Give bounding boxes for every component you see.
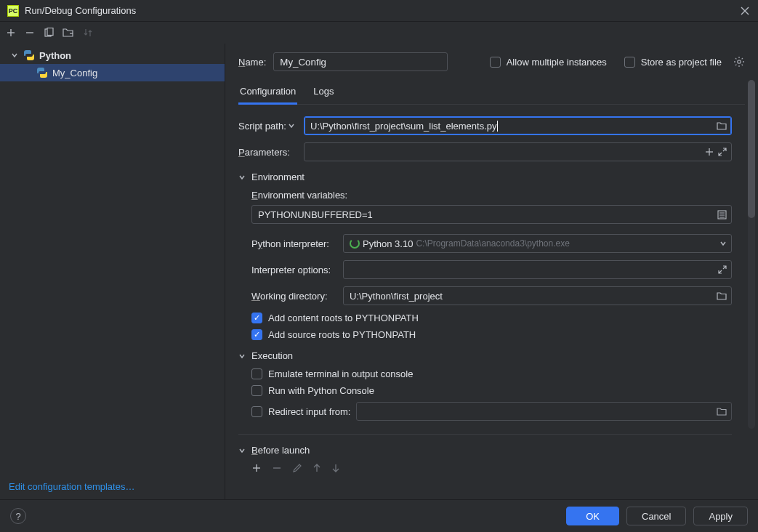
- app-icon: PC: [7, 5, 19, 17]
- sort-icon: [83, 28, 93, 38]
- svg-point-8: [738, 60, 741, 63]
- chevron-down-icon[interactable]: [288, 122, 295, 129]
- folder-icon[interactable]: [717, 407, 727, 416]
- titlebar: PC Run/Debug Configurations: [0, 0, 758, 22]
- gear-icon[interactable]: [733, 56, 745, 68]
- arrow-down-icon: [331, 463, 340, 473]
- checkbox-icon[interactable]: [490, 57, 501, 68]
- interp-options-input[interactable]: [343, 260, 732, 279]
- apply-button[interactable]: Apply: [693, 507, 748, 525]
- arrow-up-icon: [313, 463, 321, 473]
- working-dir-input[interactable]: U:\Python\first_project: [343, 286, 732, 305]
- chevron-down-icon: [719, 240, 727, 247]
- config-toolbar: [0, 22, 758, 44]
- svg-rect-6: [47, 28, 53, 36]
- tree-item-label: My_Config: [52, 68, 97, 78]
- bottom-bar: ? OK Cancel Apply: [0, 499, 758, 532]
- add-content-roots-check[interactable]: Add content roots to PYTHONPATH: [251, 313, 732, 323]
- cancel-button[interactable]: Cancel: [626, 507, 686, 525]
- chevron-down-icon: [238, 447, 246, 454]
- tree-category-python[interactable]: Python: [0, 47, 225, 64]
- close-icon[interactable]: [739, 5, 751, 17]
- chevron-down-icon: [10, 52, 19, 59]
- add-icon[interactable]: [6, 28, 16, 38]
- chevron-down-icon: [238, 352, 246, 360]
- env-vars-label: Environment variables:: [251, 190, 732, 201]
- copy-icon[interactable]: [44, 28, 54, 38]
- name-label: Name:: [238, 57, 266, 68]
- tree-category-label: Python: [39, 50, 71, 61]
- chevron-down-icon: [238, 174, 246, 181]
- remove-icon[interactable]: [25, 28, 35, 38]
- checkbox-icon[interactable]: [251, 406, 262, 417]
- edit-icon: [292, 463, 302, 473]
- folder-icon[interactable]: [717, 121, 727, 130]
- list-icon[interactable]: [717, 210, 727, 219]
- add-source-roots-check[interactable]: Add source roots to PYTHONPATH: [251, 329, 732, 340]
- script-path-input[interactable]: U:\Python\first_project\sum_list_element…: [304, 116, 732, 135]
- content-area: Name: Allow multiple instances Store as …: [225, 44, 758, 499]
- interp-options-label: Interpreter options:: [251, 265, 343, 275]
- python-interp-label: Python interpreter:: [251, 238, 343, 249]
- parameters-input[interactable]: [304, 142, 732, 161]
- tab-logs[interactable]: Logs: [312, 80, 335, 104]
- checkbox-icon[interactable]: [251, 368, 262, 379]
- python-icon: [23, 49, 35, 61]
- allow-multiple-check[interactable]: Allow multiple instances: [490, 57, 607, 68]
- expand-icon[interactable]: [718, 265, 727, 274]
- tab-configuration[interactable]: Configuration: [238, 80, 297, 104]
- help-button[interactable]: ?: [10, 508, 26, 524]
- name-input[interactable]: [273, 52, 448, 71]
- execution-section-header[interactable]: Execution: [238, 350, 732, 361]
- checkbox-icon[interactable]: [624, 57, 635, 68]
- remove-icon: [272, 463, 282, 473]
- window-title: Run/Debug Configurations: [25, 5, 136, 16]
- environment-section-header[interactable]: Environment: [238, 172, 732, 182]
- scrollbar-thumb[interactable]: [748, 80, 755, 218]
- run-python-console-check[interactable]: Run with Python Console: [251, 385, 732, 396]
- add-icon[interactable]: [251, 463, 262, 473]
- parameters-label: Parameters:: [238, 147, 298, 158]
- checkbox-icon[interactable]: [251, 313, 262, 323]
- tabs: Configuration Logs: [238, 80, 745, 105]
- working-dir-label: Working directory:: [251, 291, 343, 302]
- separator: [238, 434, 732, 435]
- add-icon[interactable]: [705, 148, 714, 156]
- before-launch-header[interactable]: Before launch: [238, 445, 732, 456]
- checkbox-icon[interactable]: [251, 329, 262, 340]
- ok-button[interactable]: OK: [566, 507, 619, 525]
- redirect-input-check[interactable]: Redirect input from:: [251, 406, 350, 417]
- config-sidebar: Python My_Config Edit configuration temp…: [0, 44, 225, 499]
- emulate-terminal-check[interactable]: Emulate terminal in output console: [251, 368, 732, 379]
- store-as-file-check[interactable]: Store as project file: [624, 57, 722, 68]
- loading-icon: [350, 238, 360, 249]
- checkbox-icon[interactable]: [251, 385, 262, 396]
- tree-item-my-config[interactable]: My_Config: [0, 64, 225, 81]
- python-icon: [36, 67, 48, 78]
- folder-icon[interactable]: [717, 291, 727, 300]
- script-path-label: Script path:: [238, 121, 298, 132]
- edit-templates-link[interactable]: Edit configuration templates…: [9, 481, 134, 492]
- save-folder-icon[interactable]: [63, 28, 74, 38]
- expand-icon[interactable]: [718, 148, 727, 156]
- env-vars-input[interactable]: PYTHONUNBUFFERED=1: [251, 205, 732, 224]
- redirect-input-field[interactable]: [356, 402, 732, 421]
- python-interp-select[interactable]: Python 3.10 C:\ProgramData\anaconda3\pyt…: [343, 234, 732, 253]
- scrollbar[interactable]: [748, 80, 755, 429]
